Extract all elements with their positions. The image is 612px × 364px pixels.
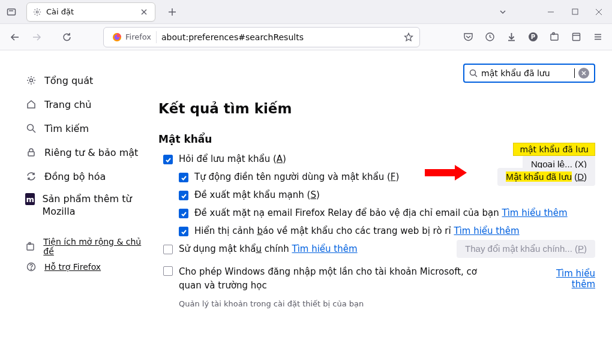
clear-search-button[interactable] [578,68,589,79]
svg-point-2 [36,11,38,13]
bookmark-star-icon[interactable] [404,32,413,42]
learn-more-link[interactable]: Tìm hiểu thêm [502,207,568,218]
account-icon[interactable]: P [524,29,541,46]
option-autofill[interactable]: Tự động điền tên người dùng và mật khẩu … [158,168,595,186]
pocket-icon[interactable] [460,29,476,46]
identity-box[interactable]: Firefox [110,31,157,43]
svg-rect-22 [553,33,554,35]
mozilla-badge-icon: m [25,193,35,205]
checkbox-icon[interactable] [179,173,188,182]
svg-point-28 [30,79,33,82]
windows-sso-description: Quản lý tài khoản trong cài đặt thiết bị… [158,299,595,308]
extension-icon[interactable] [546,29,563,46]
back-button[interactable] [6,28,24,46]
svg-point-36 [470,70,476,76]
sidebar-label: Tìm kiếm [44,123,89,134]
gear-icon [25,74,37,86]
forward-button[interactable] [28,28,46,46]
svg-rect-0 [8,9,16,15]
option-windows-sso[interactable]: Cho phép Windows đăng nhập một lần cho t… [158,261,595,296]
home-icon [25,98,37,110]
puzzle-icon [25,240,36,252]
sidebar-label: Tổng quát [44,75,93,86]
sidebar-label: Tiện ích mở rộng & chủ đề [43,237,145,256]
close-window-button[interactable] [588,4,610,20]
svg-line-37 [475,75,478,77]
learn-more-link[interactable]: Tìm hiểu thêm [292,243,357,254]
reload-button[interactable] [58,28,76,46]
svg-rect-8 [572,9,578,14]
svg-rect-31 [28,152,34,156]
sidebar-label: Đồng bộ hóa [44,171,106,182]
checkbox-icon[interactable] [179,191,188,200]
checkbox-icon[interactable] [179,227,188,236]
search-icon [25,122,37,134]
option-ask-save-passwords[interactable]: Hỏi để lưu mật khẩu (A) mật khẩu đã lưu … [158,150,595,168]
settings-search-input[interactable]: mật khẩu đã lưu [463,64,595,83]
sidebar-label: Hỗ trợ Firefox [44,262,101,272]
new-tab-button[interactable] [164,4,181,20]
sidebar-item-privacy[interactable]: Riêng tư & bảo mật [20,140,150,164]
maximize-button[interactable] [564,4,586,20]
option-label: Đề xuất mặt nạ email Firefox Relay để bả… [194,207,595,218]
identity-label: Firefox [125,32,151,41]
settings-main: mật khẩu đã lưu Kết quả tìm kiếm Mật khẩ… [150,50,612,364]
svg-text:P: P [530,34,535,40]
sidebar-item-home[interactable]: Trang chủ [20,92,150,116]
learn-more-link[interactable]: Tìm hiểu thêm [454,225,519,236]
nav-toolbar: Firefox about:preferences#searchResults … [0,24,612,50]
help-icon [25,261,37,273]
svg-marker-15 [405,33,413,41]
option-relay[interactable]: Đề xuất mặt nạ email Firefox Relay để bả… [158,204,595,222]
svg-line-30 [33,130,36,133]
results-heading: Kết quả tìm kiếm [158,101,595,116]
sidebar-item-support[interactable]: Hỗ trợ Firefox [20,257,150,277]
sidebar-label: Trang chủ [44,99,91,110]
checkbox-icon[interactable] [163,245,173,254]
option-label: Đề xuất mật khẩu mạnh (S) [194,189,595,200]
extension2-icon[interactable] [568,29,584,46]
minimize-button[interactable] [540,4,562,20]
lock-icon [25,146,37,158]
change-primary-password-button: Thay đổi mật khẩu chính... (P) [457,240,595,258]
sidebar-toggle-icon[interactable] [5,5,18,19]
browser-tab[interactable]: Cài đặt [26,2,155,22]
sidebar-item-general[interactable]: Tổng quát [20,68,150,92]
checkbox-icon[interactable] [179,209,188,218]
svg-point-29 [28,125,34,131]
app-menu-icon[interactable] [589,29,606,46]
svg-rect-33 [29,242,31,244]
svg-point-35 [31,269,31,269]
gear-icon [33,8,41,16]
downloads-icon[interactable] [503,29,520,46]
tab-label: Cài đặt [46,7,134,16]
saved-logins-button[interactable]: Mật khẩu đã lưu (D) [497,168,595,186]
sidebar-label: Sản phẩm thêm từ Mozilla [42,193,145,218]
titlebar: Cài đặt [0,0,612,24]
search-value: mật khẩu đã lưu [481,68,575,78]
option-suggest-strong[interactable]: Đề xuất mật khẩu mạnh (S) [158,186,595,204]
annotation-arrow [425,169,455,176]
sidebar-item-extensions[interactable]: Tiện ích mở rộng & chủ đề [20,236,150,257]
url-bar[interactable]: Firefox about:preferences#searchResults [103,27,420,47]
checkbox-icon[interactable] [163,266,173,276]
svg-rect-32 [27,244,34,250]
history-icon[interactable] [481,29,498,46]
search-icon [469,69,478,77]
sidebar-item-more[interactable]: m Sản phẩm thêm từ Mozilla [20,188,150,218]
search-highlight-tooltip: mật khẩu đã lưu [513,143,595,156]
sync-icon [25,170,37,182]
sidebar-item-sync[interactable]: Đồng bộ hóa [20,164,150,188]
learn-more-link[interactable]: Tìm hiểu thêm [553,268,595,290]
sidebar-label: Riêng tư & bảo mật [44,147,138,158]
list-tabs-button[interactable] [492,4,514,20]
sidebar-item-search[interactable]: Tìm kiếm [20,116,150,140]
option-breach-alerts[interactable]: Hiển thị cảnh báo về mật khẩu cho các tr… [158,222,595,240]
url-text: about:preferences#searchResults [161,32,404,42]
option-primary-password[interactable]: Sử dụng mật khẩu chính Tìm hiểu thêm Tha… [158,240,595,258]
close-icon[interactable] [139,7,149,17]
option-label: Hiển thị cảnh báo về mật khẩu cho các tr… [194,225,595,236]
checkbox-icon[interactable] [163,155,173,164]
option-label: Cho phép Windows đăng nhập một lần cho t… [179,265,497,292]
svg-rect-21 [551,34,558,40]
